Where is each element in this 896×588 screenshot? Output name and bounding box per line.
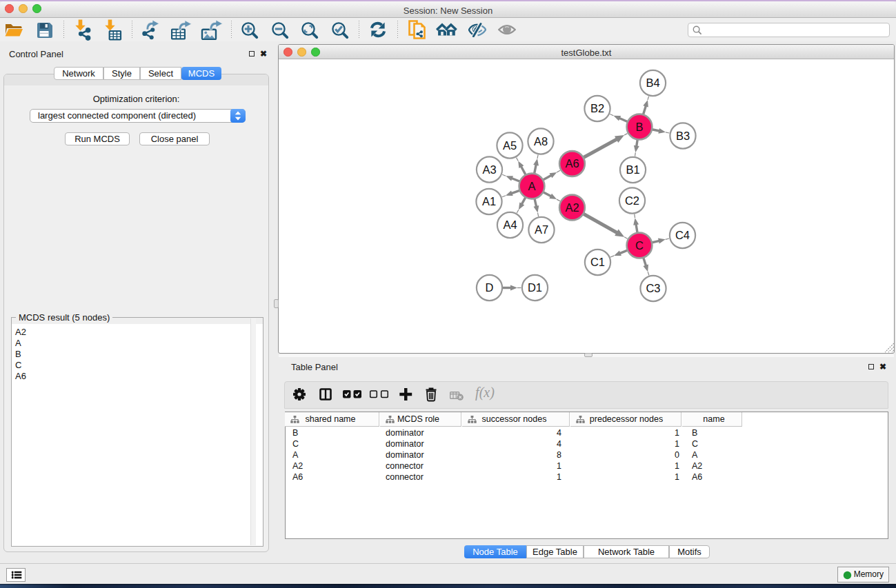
svg-text:A5: A5 [503,139,517,152]
svg-text:A1: A1 [482,195,496,207]
svg-text:C: C [635,239,644,252]
svg-text:D1: D1 [528,281,542,294]
svg-text:C2: C2 [625,194,639,207]
svg-text:B3: B3 [676,130,690,142]
svg-text:A7: A7 [535,223,548,236]
svg-text:A2: A2 [565,201,579,214]
svg-text:B2: B2 [590,102,604,114]
svg-text:B: B [635,121,643,133]
svg-text:B1: B1 [626,163,639,176]
svg-text:A: A [528,180,535,192]
svg-text:C4: C4 [675,229,690,241]
svg-text:C1: C1 [590,256,605,268]
svg-text:A4: A4 [503,219,517,231]
svg-text:D: D [486,281,494,294]
svg-text:A8: A8 [534,135,548,148]
svg-text:A3: A3 [482,163,496,176]
svg-text:A6: A6 [565,157,579,170]
svg-text:C3: C3 [646,282,660,294]
svg-text:B4: B4 [646,77,659,89]
